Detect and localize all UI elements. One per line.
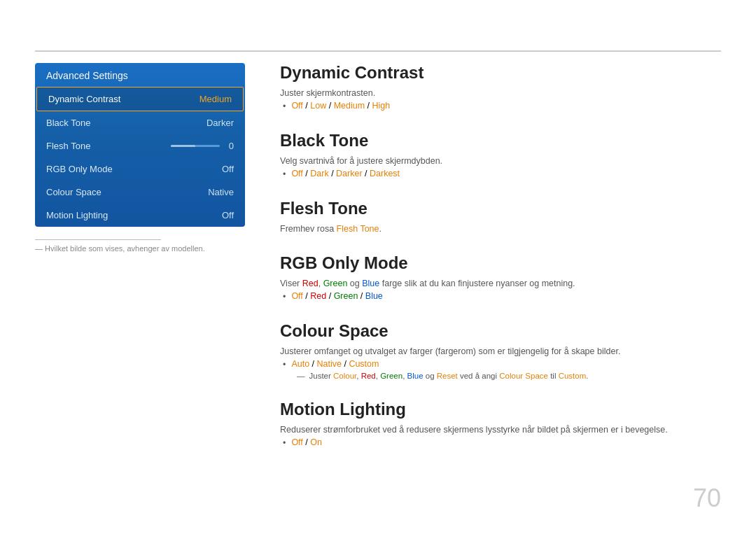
- bullet-dot: •: [283, 360, 286, 370]
- menu-item-motion-lighting[interactable]: Motion Lighting Off: [35, 204, 245, 227]
- bullet-text: Off / On: [291, 437, 322, 447]
- option-off: Off: [291, 437, 302, 447]
- slider-container: 0: [171, 141, 234, 151]
- option-darker: Darker: [336, 169, 363, 178]
- section-dynamic-contrast: Dynamic Contrast Juster skjermkontrasten…: [280, 63, 721, 111]
- red-highlight2: Red: [361, 372, 376, 380]
- sub-note-dash: ―: [297, 372, 305, 380]
- section-black-tone: Black Tone Velg svartnivå for å justere …: [280, 131, 721, 179]
- blue-highlight: Blue: [362, 279, 379, 288]
- option-red: Red: [310, 291, 326, 301]
- section-desc-flesh-tone: Fremhev rosa Flesh Tone.: [280, 224, 721, 234]
- section-title-colour-space: Colour Space: [280, 321, 721, 341]
- blue-highlight2: Blue: [407, 372, 424, 380]
- section-desc-dynamic-contrast: Juster skjermkontrasten.: [280, 88, 721, 98]
- option-darkest: Darkest: [370, 169, 400, 178]
- custom-highlight: Custom: [559, 372, 587, 380]
- colour-highlight: Colour: [333, 372, 356, 380]
- note-divider: [35, 239, 161, 240]
- red-highlight: Red: [302, 279, 318, 288]
- bullet-dot: •: [283, 438, 286, 448]
- slider-fill: [171, 145, 195, 147]
- colour-space-highlight: Colour Space: [499, 372, 548, 380]
- section-title-motion-lighting: Motion Lighting: [280, 400, 721, 419]
- bullet-dot: •: [283, 101, 286, 111]
- section-desc-colour-space: Justerer omfanget og utvalget av farger …: [280, 346, 721, 356]
- reset-highlight: Reset: [437, 372, 458, 380]
- bullet-colour-space: • Auto / Native / Custom: [283, 359, 721, 370]
- option-native: Native: [317, 359, 342, 369]
- bullet-rgb-only-mode: • Off / Red / Green / Blue: [283, 291, 721, 302]
- bullet-motion-lighting: • Off / On: [283, 437, 721, 448]
- option-off: Off: [291, 291, 302, 301]
- option-custom: Custom: [349, 359, 379, 369]
- section-motion-lighting: Motion Lighting Reduserer strømforbruket…: [280, 400, 721, 448]
- menu-title: Advanced Settings: [35, 63, 245, 87]
- bullet-dot: •: [283, 292, 286, 302]
- menu-box: Advanced Settings Dynamic Contrast Mediu…: [35, 63, 245, 227]
- option-medium: Medium: [334, 101, 365, 111]
- bullet-text: Off / Low / Medium / High: [291, 101, 390, 111]
- section-rgb-only-mode: RGB Only Mode Viser Red, Green og Blue f…: [280, 253, 721, 302]
- note-text: ― Hvilket bilde som vises, avhenger av m…: [35, 244, 245, 253]
- page-number: 70: [693, 484, 721, 513]
- section-desc-rgb-only-mode: Viser Red, Green og Blue farge slik at d…: [280, 279, 721, 288]
- menu-item-dynamic-contrast[interactable]: Dynamic Contrast Medium: [36, 87, 244, 111]
- menu-item-value: Darker: [206, 118, 234, 128]
- menu-item-value: Off: [222, 210, 234, 220]
- slider-value: 0: [225, 141, 234, 151]
- left-panel: Advanced Settings Dynamic Contrast Mediu…: [35, 63, 245, 253]
- sub-note-text: Juster Colour, Red, Green, Blue og Reset…: [309, 372, 589, 380]
- slider-track: [171, 145, 220, 147]
- option-auto: Auto: [291, 359, 309, 369]
- menu-item-value: Medium: [200, 94, 232, 104]
- green-highlight: Green: [323, 279, 348, 288]
- menu-item-flesh-tone[interactable]: Flesh Tone 0: [35, 134, 245, 157]
- menu-item-rgb-only-mode[interactable]: RGB Only Mode Off: [35, 157, 245, 181]
- bullet-text: Off / Red / Green / Blue: [291, 291, 382, 301]
- section-desc-motion-lighting: Reduserer strømforbruket ved å redusere …: [280, 425, 721, 435]
- right-content: Dynamic Contrast Juster skjermkontrasten…: [280, 63, 721, 468]
- bullet-text: Off / Dark / Darker / Darkest: [291, 169, 400, 178]
- menu-item-black-tone[interactable]: Black Tone Darker: [35, 111, 245, 134]
- option-on: On: [310, 437, 322, 447]
- section-title-black-tone: Black Tone: [280, 131, 721, 150]
- option-blue: Blue: [365, 291, 383, 301]
- section-colour-space: Colour Space Justerer omfanget og utvalg…: [280, 321, 721, 380]
- section-desc-black-tone: Velg svartnivå for å justere skjermdybde…: [280, 156, 721, 166]
- menu-item-label: Dynamic Contrast: [48, 94, 120, 104]
- menu-item-label: RGB Only Mode: [46, 164, 113, 174]
- menu-item-value: Native: [208, 187, 234, 197]
- option-green: Green: [334, 291, 358, 301]
- bullet-dot: •: [283, 169, 286, 179]
- menu-item-value: Off: [222, 164, 234, 174]
- top-divider: [35, 50, 721, 52]
- menu-item-label: Colour Space: [46, 187, 102, 197]
- option-off: Off: [291, 169, 302, 178]
- option-high: High: [372, 101, 391, 111]
- flesh-tone-highlight: Flesh Tone: [337, 224, 379, 234]
- bullet-dynamic-contrast: • Off / Low / Medium / High: [283, 101, 721, 111]
- colour-space-sub-note: ― Juster Colour, Red, Green, Blue og Res…: [297, 372, 721, 380]
- option-dark: Dark: [310, 169, 328, 178]
- menu-item-colour-space[interactable]: Colour Space Native: [35, 181, 245, 204]
- section-title-rgb-only-mode: RGB Only Mode: [280, 253, 721, 273]
- menu-item-label: Motion Lighting: [46, 210, 108, 220]
- bullet-text: Auto / Native / Custom: [291, 359, 379, 369]
- green-highlight2: Green: [380, 372, 402, 380]
- option-off: Off: [291, 101, 302, 111]
- option-low: Low: [310, 101, 326, 111]
- section-title-dynamic-contrast: Dynamic Contrast: [280, 63, 721, 83]
- section-flesh-tone: Flesh Tone Fremhev rosa Flesh Tone.: [280, 199, 721, 234]
- menu-item-label: Black Tone: [46, 118, 90, 128]
- section-title-flesh-tone: Flesh Tone: [280, 199, 721, 218]
- bullet-black-tone: • Off / Dark / Darker / Darkest: [283, 169, 721, 179]
- menu-item-label: Flesh Tone: [46, 141, 90, 151]
